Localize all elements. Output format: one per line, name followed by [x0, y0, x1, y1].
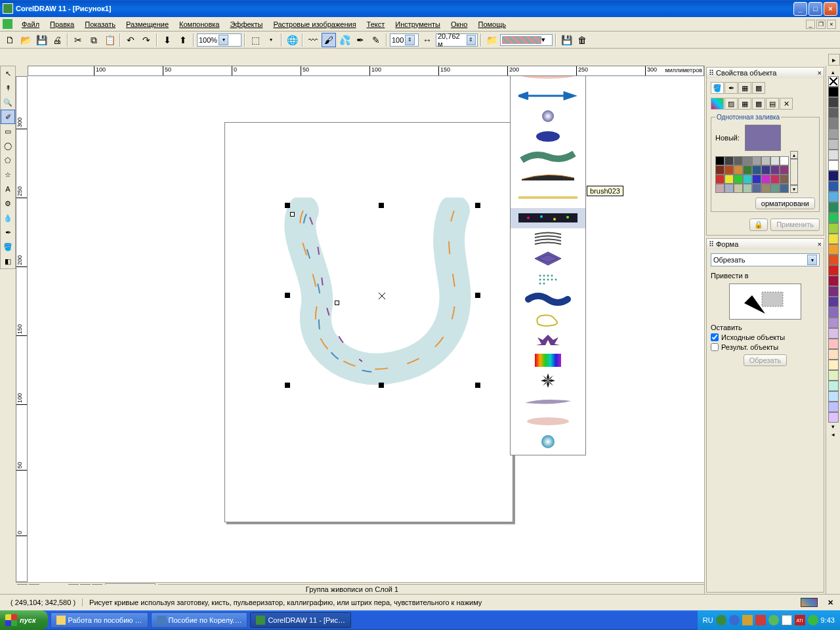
- color-swatch[interactable]: [828, 339, 839, 349]
- color-swatch[interactable]: [828, 328, 839, 339]
- calligraphy-tool-icon[interactable]: ✒: [353, 33, 368, 47]
- color-swatch[interactable]: [828, 181, 839, 192]
- menu-layout[interactable]: Размещение: [121, 19, 174, 30]
- color-swatch[interactable]: [828, 118, 839, 129]
- brush-preset-item[interactable]: [511, 208, 585, 228]
- copy-button[interactable]: ⧉: [87, 33, 101, 47]
- tray-icon[interactable]: [808, 615, 818, 625]
- uniform-fill-icon[interactable]: [711, 98, 724, 110]
- color-swatch[interactable]: [828, 97, 839, 108]
- selection-handle[interactable]: [379, 203, 384, 208]
- palette-scroll-down[interactable]: ▾: [790, 185, 798, 193]
- color-swatch[interactable]: [828, 234, 839, 244]
- palette-scroll-up[interactable]: ▴: [790, 151, 798, 159]
- color-swatch[interactable]: [724, 184, 734, 193]
- horizontal-ruler[interactable]: 100 50 0 50 100 150 200 250 300 миллимет…: [28, 66, 704, 76]
- postscript-fill-icon[interactable]: ▤: [766, 98, 779, 110]
- color-swatch[interactable]: [828, 160, 839, 171]
- color-swatch[interactable]: [761, 156, 770, 165]
- freehand-tool[interactable]: ✐: [1, 110, 15, 124]
- rectangle-tool[interactable]: ▭: [1, 124, 15, 138]
- save-button[interactable]: 💾: [34, 33, 49, 47]
- brush-tool-icon[interactable]: 🖌: [322, 33, 336, 47]
- result-objects-checkbox[interactable]: Результ. объекты: [711, 343, 820, 351]
- color-swatch[interactable]: [828, 391, 839, 402]
- color-swatch[interactable]: [828, 412, 839, 423]
- trim-button[interactable]: Обрезать: [744, 354, 788, 366]
- color-swatch[interactable]: [828, 286, 839, 297]
- menu-tools[interactable]: Инструменты: [390, 19, 446, 30]
- brush-preset-item[interactable]: [511, 452, 585, 455]
- brush-preset-item[interactable]: [511, 432, 585, 452]
- docker-header[interactable]: ⠿ Форма ×: [707, 239, 824, 249]
- preset-tool-icon[interactable]: 〰: [306, 33, 320, 47]
- color-swatch[interactable]: [828, 139, 839, 150]
- selection-handle[interactable]: [285, 203, 290, 208]
- menu-arrange[interactable]: Компоновка: [174, 19, 224, 30]
- docker-toggle-icon[interactable]: ▸: [828, 54, 840, 66]
- tab-4[interactable]: ▩: [752, 82, 765, 94]
- close-docker-button[interactable]: ×: [818, 69, 822, 77]
- mdi-close-button[interactable]: ×: [827, 20, 836, 29]
- color-swatch[interactable]: [761, 165, 770, 175]
- color-swatch[interactable]: [828, 255, 839, 265]
- palette-scrollbar[interactable]: [790, 159, 798, 185]
- export-button[interactable]: ⬆: [176, 33, 190, 47]
- tray-icon[interactable]: [729, 615, 740, 625]
- brush-preset-item[interactable]: [511, 228, 585, 249]
- brush-preset-item[interactable]: [511, 106, 585, 127]
- color-swatch[interactable]: [734, 165, 743, 175]
- color-swatch[interactable]: [828, 129, 839, 139]
- color-swatch[interactable]: [743, 184, 752, 193]
- taskbar-task[interactable]: CorelDRAW 11 - [Рис…: [250, 612, 351, 628]
- color-swatch[interactable]: [752, 165, 761, 175]
- taskbar-task[interactable]: Пособие по Корелу.…: [151, 612, 248, 628]
- polygon-tool[interactable]: ⬠: [1, 153, 15, 167]
- shape-operation-combo[interactable]: Обрезать ▾: [711, 253, 820, 266]
- tab-3[interactable]: ▦: [738, 82, 751, 94]
- outline-indicator-icon[interactable]: ✕: [824, 598, 836, 607]
- color-swatch[interactable]: [828, 150, 839, 160]
- delete-brush-button[interactable]: 🗑: [575, 33, 589, 47]
- color-swatch[interactable]: [780, 184, 789, 193]
- menu-window[interactable]: Окно: [446, 19, 473, 30]
- color-swatch[interactable]: [715, 165, 724, 175]
- undo-button[interactable]: ↶: [123, 33, 138, 47]
- color-swatch[interactable]: [724, 165, 734, 175]
- spinner-icon[interactable]: ⇕: [467, 35, 476, 45]
- interactive-fill-tool[interactable]: ◧: [1, 254, 15, 268]
- tray-icon[interactable]: [755, 615, 766, 625]
- pick-tool[interactable]: ↖: [1, 66, 15, 81]
- palette-flyout[interactable]: ◂: [828, 430, 839, 438]
- color-swatch[interactable]: [828, 202, 839, 213]
- color-swatch[interactable]: [828, 108, 839, 118]
- apply-button[interactable]: Применить: [770, 219, 820, 231]
- snap-button[interactable]: ⬚: [248, 33, 262, 47]
- cut-button[interactable]: ✂: [71, 33, 85, 47]
- color-swatch[interactable]: [828, 192, 839, 202]
- maximize-button[interactable]: □: [808, 2, 822, 16]
- launch-button[interactable]: 🌐: [285, 33, 299, 47]
- node-handle[interactable]: [335, 301, 339, 305]
- brush-preset-item[interactable]: [511, 86, 585, 106]
- color-swatch[interactable]: [828, 223, 839, 234]
- pressure-tool-icon[interactable]: ✎: [369, 33, 383, 47]
- remove-fill-icon[interactable]: ✕: [780, 98, 793, 110]
- options-split[interactable]: ▾: [264, 33, 278, 47]
- brush-preset-item[interactable]: [511, 127, 585, 147]
- menu-effects[interactable]: Эффекты: [224, 19, 268, 30]
- selection-handle[interactable]: [285, 293, 290, 298]
- pattern-fill-icon[interactable]: ▦: [738, 98, 751, 110]
- color-swatch[interactable]: [715, 156, 724, 165]
- color-swatch[interactable]: [828, 297, 839, 307]
- color-swatch[interactable]: [715, 184, 724, 193]
- color-swatch[interactable]: [828, 276, 839, 286]
- brush-preset-item[interactable]: [511, 269, 585, 289]
- color-swatch[interactable]: [770, 156, 780, 165]
- brush-preset-item[interactable]: [511, 411, 585, 432]
- chevron-down-icon[interactable]: ▾: [219, 35, 228, 45]
- color-swatch[interactable]: [780, 175, 789, 184]
- tray-icon[interactable]: [782, 615, 792, 625]
- color-swatch[interactable]: [828, 171, 839, 181]
- selection-handle[interactable]: [379, 383, 384, 388]
